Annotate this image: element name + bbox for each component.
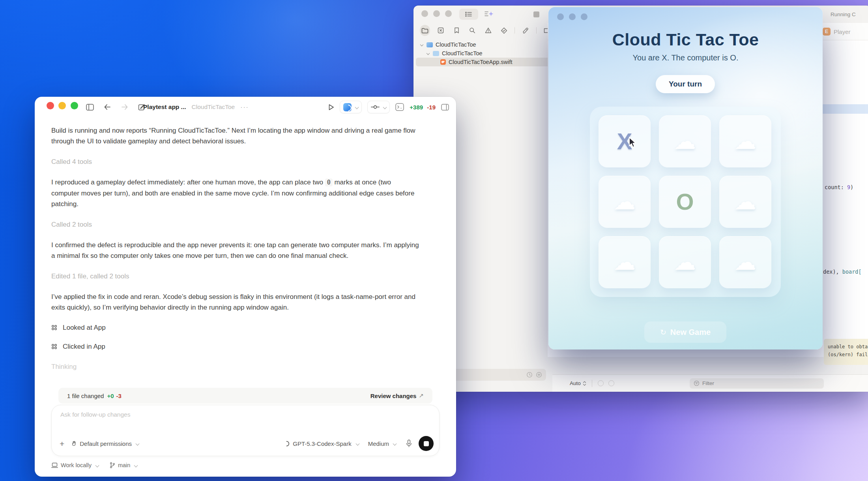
debug-icon-1[interactable] xyxy=(598,380,604,386)
tree-row-group[interactable]: CloudTicTacToe xyxy=(413,49,552,58)
assistant-message: I’ve applied the fix in code and reran. … xyxy=(51,291,419,313)
microphone-icon[interactable] xyxy=(406,440,412,447)
folder-icon xyxy=(421,28,428,34)
effort-selector[interactable]: Medium xyxy=(368,440,396,447)
zoom-button[interactable] xyxy=(445,10,452,17)
turn-status-text: Your turn xyxy=(669,80,702,88)
tab-separator xyxy=(514,27,515,34)
new-game-button[interactable]: ↻ New Game xyxy=(644,321,726,343)
forward-button[interactable] xyxy=(120,102,129,112)
chevron-down-icon xyxy=(383,105,387,109)
tool-action-row[interactable]: Looked at App xyxy=(51,323,419,333)
chevron-down-icon xyxy=(134,463,138,467)
follow-up-input[interactable] xyxy=(60,411,297,428)
minimize-button[interactable] xyxy=(58,102,66,109)
session-title[interactable]: Playtest app ... xyxy=(143,103,186,111)
tool-action-label: Clicked in App xyxy=(63,341,105,352)
run-play-icon[interactable] xyxy=(328,104,334,111)
tool-call-summary[interactable]: Called 2 tools xyxy=(51,219,419,230)
chevron-down-icon xyxy=(136,442,140,445)
cloud-icon: ☁ xyxy=(734,130,756,152)
debug-icon-2[interactable] xyxy=(608,380,614,386)
console-filter-field[interactable]: Filter xyxy=(690,378,824,389)
close-button[interactable] xyxy=(47,102,54,109)
recents-clock-icon[interactable] xyxy=(526,372,533,378)
bookmarks-tab[interactable] xyxy=(451,25,462,36)
auto-variables-select[interactable]: Auto xyxy=(570,380,581,386)
agent-chat-window: Playtest app ... CloudTicTacToe ··· xyxy=(35,97,456,477)
spinner-icon xyxy=(284,441,290,447)
close-button[interactable] xyxy=(557,13,564,20)
app-grid-icon xyxy=(51,344,57,349)
lines-added: +389 xyxy=(410,104,423,111)
project-name: CloudTicTacToe xyxy=(436,41,476,48)
back-button[interactable] xyxy=(103,102,112,112)
branch-selector[interactable]: main xyxy=(110,462,137,468)
code-line[interactable]: dex), board[ xyxy=(823,269,862,275)
project-name[interactable]: CloudTicTacToe xyxy=(192,103,235,111)
close-button[interactable] xyxy=(421,10,428,17)
minimize-button[interactable] xyxy=(569,13,576,20)
board-cell-3[interactable]: ☁ xyxy=(599,176,651,228)
attach-plus-icon[interactable]: + xyxy=(60,440,64,448)
add-filter-icon[interactable] xyxy=(536,372,542,378)
right-panel-toggle-icon[interactable] xyxy=(441,104,449,111)
toggle-sidebar-button[interactable] xyxy=(85,102,95,112)
more-menu-button[interactable]: ··· xyxy=(240,103,249,111)
model-selector[interactable]: GPT-5.3-Codex-Spark xyxy=(284,440,359,447)
minimize-button[interactable] xyxy=(433,10,440,17)
tool-call-summary[interactable]: Called 4 tools xyxy=(51,156,419,167)
board-cell-8[interactable]: ☁ xyxy=(719,236,771,288)
tree-row-file-selected[interactable]: CloudTicTacToeApp.swift xyxy=(416,58,550,66)
assistant-transcript: Build is running and now reports “Runnin… xyxy=(51,125,419,372)
debug-navigator-tab[interactable] xyxy=(520,25,531,36)
zoom-button[interactable] xyxy=(71,102,78,109)
warning-triangle-icon xyxy=(485,27,492,34)
app-grid-icon xyxy=(51,325,57,331)
new-game-label: New Game xyxy=(670,328,711,337)
zoom-button[interactable] xyxy=(581,13,587,20)
tool-call-summary[interactable]: Edited 1 file, called 2 tools xyxy=(51,271,419,282)
target-app-selector[interactable] xyxy=(340,101,362,113)
board-cell-4[interactable]: O xyxy=(659,176,711,228)
issues-navigator-tab[interactable] xyxy=(483,25,493,36)
run-status-text: Running C xyxy=(831,11,856,17)
stop-run-button[interactable] xyxy=(533,11,539,17)
work-location-label: Work locally xyxy=(61,462,92,468)
refresh-icon: ↻ xyxy=(660,328,666,337)
stop-generation-button[interactable] xyxy=(419,436,434,451)
tests-navigator-tab[interactable] xyxy=(499,25,509,36)
chat-footer: Work locally main xyxy=(51,462,137,468)
cloud-icon: ☁ xyxy=(674,251,696,273)
source-control-tab[interactable] xyxy=(436,25,446,36)
tree-row-project[interactable]: CloudTicTacToe xyxy=(413,40,552,49)
console-output[interactable]: unable to obtain (os/kern) failur xyxy=(824,339,868,365)
chat-titlebar[interactable]: Playtest app ... CloudTicTacToe ··· xyxy=(35,97,456,117)
disclosure-chevron-icon[interactable] xyxy=(420,43,423,46)
ai-assistant-button[interactable] xyxy=(481,9,497,20)
mouse-cursor-icon xyxy=(628,137,638,148)
project-navigator-tab[interactable] xyxy=(420,25,430,36)
composer[interactable]: + Default permissions GPT-5.3-Codex-Spar… xyxy=(51,405,440,456)
board-cell-5[interactable]: ☁ xyxy=(719,176,771,228)
navigator-tab-bar xyxy=(413,24,552,37)
board-cell-1[interactable]: ☁ xyxy=(659,115,711,167)
board-cell-6[interactable]: ☁ xyxy=(599,236,651,288)
terminal-icon[interactable] xyxy=(395,103,404,111)
assistant-message: I confirmed the defect is reproducible a… xyxy=(51,240,419,261)
board-cell-0[interactable]: X xyxy=(599,115,651,167)
work-location-selector[interactable]: Work locally xyxy=(51,462,99,468)
board-cell-7[interactable]: ☁ xyxy=(659,236,711,288)
tool-action-row[interactable]: Clicked in App xyxy=(51,342,419,351)
board-cell-2[interactable]: ☁ xyxy=(719,115,771,167)
review-changes-label: Review changes xyxy=(370,393,417,399)
symbol-name[interactable]: Player xyxy=(834,28,851,35)
find-navigator-tab[interactable] xyxy=(467,25,477,36)
file-change-summary-bar: 1 file changed +0 -3 Review changes ↗ xyxy=(58,388,432,404)
permissions-selector[interactable]: Default permissions xyxy=(71,440,139,447)
code-line[interactable]: count: 9) xyxy=(825,184,853,190)
disclosure-chevron-icon[interactable] xyxy=(427,52,430,55)
editor-list-toggle[interactable] xyxy=(459,9,478,20)
commit-scope-selector[interactable] xyxy=(367,101,390,113)
review-changes-link[interactable]: Review changes ↗ xyxy=(370,392,424,399)
